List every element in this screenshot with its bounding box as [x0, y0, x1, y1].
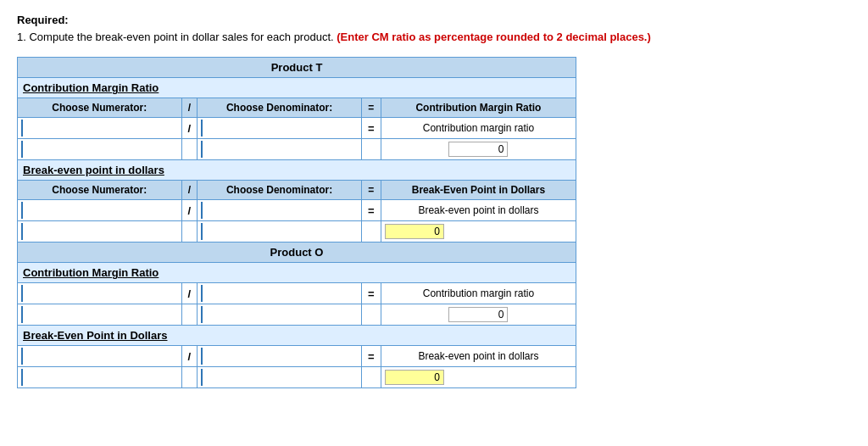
po-cm-label: Contribution Margin Ratio	[18, 263, 576, 283]
be-denominator-input-2[interactable]	[198, 221, 362, 243]
product-o-title: Product O	[18, 243, 576, 263]
be-denominator-input-1[interactable]	[198, 200, 362, 221]
po-be-label: Break-Even Point in Dollars	[18, 326, 576, 346]
required-header: Required:	[17, 14, 851, 26]
cm-numerator-input-2[interactable]	[18, 139, 182, 160]
po-cm-denominator-field-2[interactable]	[201, 306, 358, 323]
be-equals-2	[361, 221, 381, 243]
po-cm-denominator-input-1[interactable]	[198, 283, 362, 304]
main-table: Product T Contribution Margin Ratio Choo…	[17, 57, 576, 388]
po-be-denominator-field-2[interactable]	[201, 369, 358, 386]
be-input-row-2	[18, 221, 576, 243]
instruction-plain: 1. Compute the break-even point in dolla…	[17, 31, 337, 43]
po-be-equals-2	[361, 367, 381, 388]
po-be-label-row: Break-Even Point in Dollars	[18, 326, 576, 346]
cm-result-label-1: Contribution margin ratio	[381, 118, 576, 139]
po-cm-input-row-2	[18, 304, 576, 326]
be-denominator-field-2[interactable]	[201, 223, 358, 240]
cm-ratio-label: Contribution Margin Ratio	[18, 78, 576, 98]
po-be-equals-1: =	[361, 346, 381, 367]
po-be-numerator-field-1[interactable]	[21, 348, 178, 365]
cm-input-row-2	[18, 139, 576, 160]
be-numerator-input-1[interactable]	[18, 200, 182, 221]
be-equals-1: =	[361, 200, 381, 221]
be-numerator-field-2[interactable]	[21, 223, 178, 240]
po-be-numerator-input-1[interactable]	[18, 346, 182, 367]
po-be-denominator-field-1[interactable]	[201, 348, 358, 365]
po-be-denominator-input-2[interactable]	[198, 367, 362, 388]
cm-ratio-col-header-row: Choose Numerator: / Choose Denominator: …	[18, 98, 576, 118]
be-result-header: Break-Even Point in Dollars	[381, 181, 576, 200]
cm-input-row-1: / = Contribution margin ratio	[18, 118, 576, 139]
instruction: 1. Compute the break-even point in dolla…	[17, 30, 851, 45]
cm-denominator-header: Choose Denominator:	[198, 98, 362, 118]
product-o-header-row: Product O	[18, 243, 576, 263]
be-slash-2	[181, 221, 198, 243]
cm-ratio-label-row: Contribution Margin Ratio	[18, 78, 576, 98]
cm-equals-2	[361, 139, 381, 160]
po-be-slash-1: /	[181, 346, 198, 367]
product-t-header-row: Product T	[18, 58, 576, 78]
be-result-value-cell	[381, 221, 576, 243]
po-be-denominator-input-1[interactable]	[198, 346, 362, 367]
po-cm-result-label: Contribution margin ratio	[381, 283, 576, 304]
breakeven-label: Break-even point in dollars	[18, 160, 576, 181]
po-be-result-input[interactable]	[385, 370, 444, 385]
cm-denominator-input-2[interactable]	[198, 139, 362, 160]
breakeven-label-row: Break-even point in dollars	[18, 160, 576, 181]
po-be-result-value-cell	[381, 367, 576, 388]
be-equals-header: =	[361, 181, 381, 200]
cm-slash-2	[181, 139, 198, 160]
cm-denominator-field-1[interactable]	[201, 120, 358, 137]
po-cm-equals-1: =	[361, 283, 381, 304]
po-cm-result-input[interactable]	[448, 307, 508, 322]
be-numerator-input-2[interactable]	[18, 221, 182, 243]
be-denominator-field-1[interactable]	[201, 202, 358, 219]
cm-slash-1: /	[181, 118, 198, 139]
po-cm-denominator-input-2[interactable]	[198, 304, 362, 326]
be-slash-1: /	[181, 200, 198, 221]
po-cm-numerator-input-1[interactable]	[18, 283, 182, 304]
po-be-numerator-field-2[interactable]	[21, 369, 178, 386]
po-be-numerator-input-2[interactable]	[18, 367, 182, 388]
product-t-title: Product T	[18, 58, 576, 78]
be-result-label-1: Break-even point in dollars	[381, 200, 576, 221]
po-cm-result-value-cell	[381, 304, 576, 326]
be-input-row-1: / = Break-even point in dollars	[18, 200, 576, 221]
be-numerator-field-1[interactable]	[21, 202, 178, 219]
be-numerator-header: Choose Numerator:	[18, 181, 182, 200]
cm-result-value-cell	[381, 139, 576, 160]
po-cm-input-row-1: / = Contribution margin ratio	[18, 283, 576, 304]
po-be-input-row-2	[18, 367, 576, 388]
cm-equals-header: =	[361, 98, 381, 118]
po-be-input-row-1: / = Break-even point in dollars	[18, 346, 576, 367]
cm-numerator-input-1[interactable]	[18, 118, 182, 139]
be-denominator-header: Choose Denominator:	[198, 181, 362, 200]
cm-numerator-field-1[interactable]	[21, 120, 178, 137]
cm-result-header: Contribution Margin Ratio	[381, 98, 576, 118]
cm-equals-1: =	[361, 118, 381, 139]
po-cm-label-row: Contribution Margin Ratio	[18, 263, 576, 283]
po-be-result-label: Break-even point in dollars	[381, 346, 576, 367]
cm-numerator-header: Choose Numerator:	[18, 98, 182, 118]
be-result-input[interactable]	[385, 224, 444, 239]
cm-numerator-field-2[interactable]	[21, 141, 178, 158]
po-cm-numerator-field-2[interactable]	[21, 306, 178, 323]
cm-denominator-input-1[interactable]	[198, 118, 362, 139]
cm-slash-header: /	[181, 98, 198, 118]
po-cm-numerator-input-2[interactable]	[18, 304, 182, 326]
po-cm-slash-1: /	[181, 283, 198, 304]
po-cm-slash-2	[181, 304, 198, 326]
cm-result-input[interactable]	[448, 142, 508, 157]
po-cm-numerator-field-1[interactable]	[21, 285, 178, 302]
breakeven-col-header-row: Choose Numerator: / Choose Denominator: …	[18, 181, 576, 200]
po-be-slash-2	[181, 367, 198, 388]
cm-denominator-field-2[interactable]	[201, 141, 358, 158]
po-cm-denominator-field-1[interactable]	[201, 285, 358, 302]
be-slash-header: /	[181, 181, 198, 200]
po-cm-equals-2	[361, 304, 381, 326]
instruction-highlight: (Enter CM ratio as percentage rounded to…	[337, 31, 651, 43]
